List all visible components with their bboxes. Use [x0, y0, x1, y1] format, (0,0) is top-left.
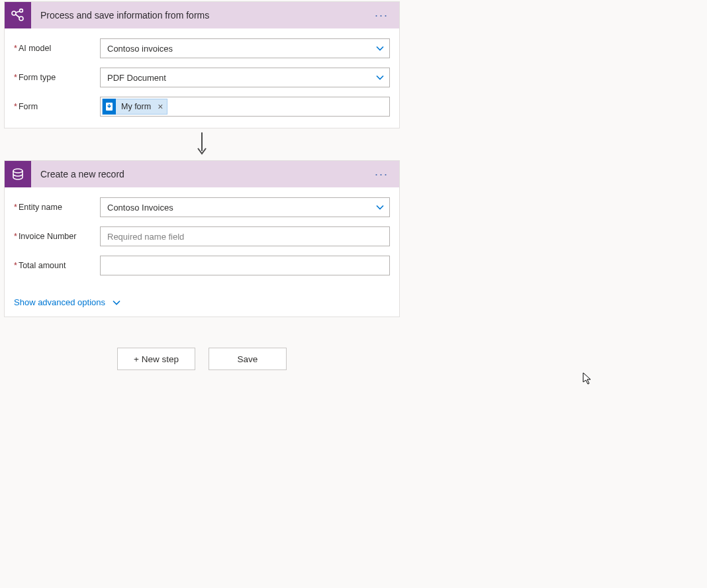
field-control	[100, 256, 390, 275]
step-create-record-card: Create a new record ··· *Entity name Con…	[4, 160, 400, 317]
label-text: Form type	[19, 73, 56, 82]
field-label: *Form	[14, 102, 100, 111]
ai-builder-icon	[5, 2, 31, 28]
action-buttons-row: + New step Save	[4, 348, 400, 370]
card-title: Process and save information from forms	[31, 10, 364, 21]
card-menu-button[interactable]: ···	[364, 9, 399, 23]
field-form: *Form My form ×	[14, 95, 390, 119]
cds-icon	[5, 161, 31, 187]
entity-name-select[interactable]: Contoso Invoices	[100, 197, 390, 217]
token-label: My form	[121, 102, 151, 111]
dynamic-content-token[interactable]: My form ×	[102, 99, 167, 115]
field-label: *Entity name	[14, 203, 100, 212]
ai-model-select[interactable]: Contoso invoices	[100, 38, 390, 58]
save-button[interactable]: Save	[209, 348, 287, 370]
card-header: Process and save information from forms …	[5, 2, 399, 28]
card-body: *AI model Contoso invoices *Form type PD…	[5, 28, 399, 128]
form-token-icon	[103, 99, 116, 115]
card-menu-button[interactable]: ···	[364, 168, 399, 181]
select-value: PDF Document	[107, 73, 166, 83]
card-body: *Entity name Contoso Invoices *Invoice N…	[5, 187, 399, 317]
svg-line-4	[15, 15, 19, 18]
invoice-number-input[interactable]: Required name field	[100, 226, 390, 246]
button-label: + New step	[134, 354, 179, 364]
field-control: Required name field	[100, 226, 390, 246]
show-advanced-options-link[interactable]: Show advanced options	[14, 297, 121, 307]
card-header: Create a new record ···	[5, 161, 399, 187]
flow-connector-arrow	[4, 128, 400, 160]
button-label: Save	[238, 354, 258, 364]
field-control: Contoso Invoices	[100, 197, 390, 217]
svg-line-3	[16, 11, 20, 13]
field-invoice-number: *Invoice Number Required name field	[14, 224, 390, 248]
form-type-select[interactable]: PDF Document	[100, 68, 390, 87]
label-text: Entity name	[19, 203, 62, 212]
select-value: Contoso invoices	[107, 44, 173, 54]
select-value: Contoso Invoices	[107, 203, 173, 213]
field-label: *AI model	[14, 44, 100, 53]
field-form-type: *Form type PDF Document	[14, 66, 390, 89]
label-text: Invoice Number	[19, 232, 77, 241]
field-ai-model: *AI model Contoso invoices	[14, 36, 390, 60]
svg-point-7	[13, 169, 23, 173]
label-text: AI model	[19, 44, 51, 53]
field-control: Contoso invoices	[100, 38, 390, 58]
label-text: Form	[19, 102, 38, 111]
svg-point-1	[20, 9, 23, 13]
field-control: My form ×	[100, 97, 390, 117]
field-label: *Total amount	[14, 261, 100, 270]
field-control: PDF Document	[100, 68, 390, 87]
total-amount-input[interactable]	[100, 256, 390, 275]
label-text: Total amount	[19, 261, 66, 270]
step-process-forms-card: Process and save information from forms …	[4, 1, 400, 128]
form-input[interactable]: My form ×	[100, 97, 390, 117]
new-step-button[interactable]: + New step	[117, 348, 195, 370]
field-label: *Form type	[14, 73, 100, 82]
field-entity-name: *Entity name Contoso Invoices	[14, 195, 390, 219]
link-text: Show advanced options	[14, 297, 105, 307]
field-label: *Invoice Number	[14, 232, 100, 241]
placeholder-text: Required name field	[107, 232, 184, 242]
field-total-amount: *Total amount	[14, 254, 390, 277]
card-title: Create a new record	[31, 169, 364, 179]
token-remove-button[interactable]: ×	[158, 102, 163, 111]
cursor-icon	[583, 372, 593, 387]
